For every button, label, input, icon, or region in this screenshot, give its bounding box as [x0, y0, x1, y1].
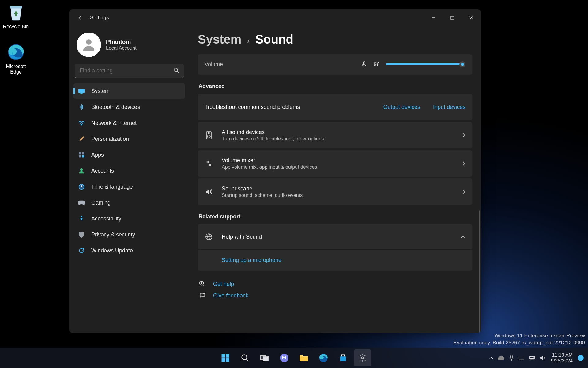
svg-rect-18: [363, 62, 365, 65]
chevron-right-icon: [462, 133, 466, 138]
avatar-icon: [77, 33, 101, 57]
clock-icon: [78, 183, 85, 190]
volume-tray-icon[interactable]: [539, 355, 546, 361]
date: 9/25/2024: [551, 358, 573, 364]
volume-slider[interactable]: [386, 63, 466, 65]
edge-button[interactable]: [315, 349, 332, 366]
settings-window: Settings Phantom Local Account: [69, 9, 481, 333]
microphone-icon[interactable]: [361, 61, 368, 68]
close-button[interactable]: [462, 9, 481, 26]
svg-line-37: [246, 359, 248, 361]
accessibility-icon: [78, 215, 85, 222]
nav-gaming[interactable]: Gaming: [74, 195, 185, 210]
explorer-button[interactable]: [295, 349, 312, 366]
profile[interactable]: Phantom Local Account: [74, 31, 185, 64]
apps-icon: [78, 151, 85, 159]
svg-rect-48: [530, 356, 534, 358]
nav-time-language[interactable]: Time & language: [74, 179, 185, 194]
desktop-icon-recycle-bin[interactable]: Recycle Bin: [0, 2, 32, 29]
mixer-icon: [205, 160, 213, 167]
volume-mixer-row[interactable]: Volume mixer App volume mix, app input &…: [198, 150, 472, 177]
svg-rect-12: [82, 152, 84, 155]
chevron-right-icon: ›: [247, 36, 250, 46]
svg-rect-44: [511, 355, 512, 358]
svg-point-21: [208, 132, 209, 134]
taskbar-right: 11:10 AM 9/25/2024: [489, 352, 588, 364]
output-devices-link[interactable]: Output devices: [383, 104, 420, 110]
section-related: Related support: [198, 213, 472, 220]
desktop-icon-edge[interactable]: Microsoft Edge: [0, 42, 32, 75]
store-button[interactable]: [334, 349, 352, 366]
maximize-button[interactable]: [443, 9, 462, 26]
nav-update[interactable]: Windows Update: [74, 243, 185, 258]
svg-point-25: [209, 164, 211, 166]
taskbar: 11:10 AM 9/25/2024: [0, 348, 588, 368]
svg-rect-32: [222, 354, 225, 358]
input-devices-link[interactable]: Input devices: [433, 104, 466, 110]
chat-button[interactable]: [276, 349, 293, 366]
row-title: Volume mixer: [222, 157, 317, 164]
edge-icon: [6, 42, 26, 62]
svg-rect-8: [78, 89, 85, 93]
search-input[interactable]: [75, 64, 184, 78]
nav-label: Accessibility: [91, 216, 121, 222]
clock[interactable]: 11:10 AM 9/25/2024: [551, 352, 573, 364]
give-feedback-link[interactable]: Give feedback: [198, 290, 472, 301]
link-label: Get help: [213, 281, 234, 287]
svg-rect-33: [226, 354, 229, 358]
microphone-tray-icon[interactable]: [509, 355, 514, 361]
time: 11:10 AM: [551, 352, 573, 358]
network-tray-icon[interactable]: [529, 355, 535, 361]
nav-personalization[interactable]: Personalization: [74, 131, 185, 147]
svg-rect-45: [519, 356, 524, 359]
setup-microphone-link[interactable]: Setting up a microphone: [222, 257, 281, 263]
help-with-sound-row[interactable]: Help with Sound: [198, 224, 472, 249]
help-sublink-row: Setting up a microphone: [198, 249, 472, 271]
svg-rect-39: [263, 357, 269, 361]
svg-point-43: [362, 357, 364, 359]
minimize-button[interactable]: [424, 9, 443, 26]
tray-overflow-button[interactable]: [489, 356, 493, 359]
onedrive-icon[interactable]: [498, 355, 504, 360]
svg-point-5: [86, 39, 92, 45]
nav-system[interactable]: System: [74, 83, 185, 99]
nav-accounts[interactable]: Accounts: [74, 163, 185, 178]
nav-accessibility[interactable]: Accessibility: [74, 211, 185, 226]
security-tray-icon[interactable]: [518, 355, 525, 361]
notification-badge[interactable]: [578, 355, 584, 361]
globe-icon: [205, 233, 213, 240]
task-view-button[interactable]: [256, 349, 273, 366]
start-button[interactable]: [217, 349, 234, 366]
gamepad-icon: [78, 199, 85, 206]
breadcrumb-current: Sound: [255, 33, 293, 46]
user-account-type: Local Account: [106, 45, 137, 51]
volume-label: Volume: [205, 61, 223, 68]
sound-icon: [205, 188, 213, 195]
back-button[interactable]: [75, 12, 86, 23]
chevron-right-icon: [462, 161, 466, 166]
nav-bluetooth[interactable]: Bluetooth & devices: [74, 99, 185, 115]
chevron-right-icon: [462, 189, 466, 194]
breadcrumb-parent[interactable]: System: [198, 33, 241, 46]
desktop-icon-label: Microsoft Edge: [0, 64, 32, 75]
watermark-line1: Windows 11 Enterprise Insider Preview: [453, 332, 585, 339]
scrollbar[interactable]: [479, 210, 480, 333]
svg-rect-9: [80, 93, 82, 94]
search-button[interactable]: [236, 349, 254, 366]
all-sound-devices-row[interactable]: All sound devices Turn devices on/off, t…: [198, 122, 472, 148]
row-subtitle: Startup sound, scheme, audio events: [222, 193, 303, 198]
search-box: [75, 64, 184, 78]
get-help-link[interactable]: ? Get help: [198, 278, 472, 290]
nav-network[interactable]: Network & internet: [74, 115, 185, 131]
settings-button[interactable]: [354, 349, 371, 366]
svg-line-7: [177, 71, 179, 73]
soundscape-row[interactable]: Soundscape Startup sound, scheme, audio …: [198, 178, 472, 205]
svg-rect-11: [79, 152, 81, 155]
nav-apps[interactable]: Apps: [74, 147, 185, 163]
row-subtitle: Turn devices on/off, troubleshoot, other…: [222, 136, 324, 142]
feedback-icon: [199, 292, 206, 299]
svg-point-36: [242, 355, 247, 360]
speaker-device-icon: [205, 131, 213, 139]
svg-rect-34: [222, 358, 225, 362]
nav-privacy[interactable]: Privacy & security: [74, 227, 185, 242]
